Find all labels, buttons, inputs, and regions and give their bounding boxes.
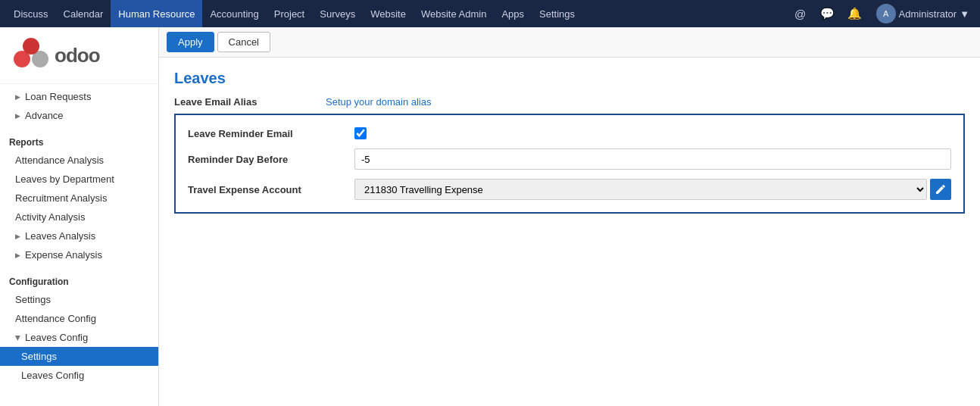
email-icon[interactable]: @ — [790, 3, 811, 24]
edit-travel-expense-button[interactable] — [930, 179, 951, 200]
sidebar-section-config: Configuration Settings Attendance Config… — [0, 267, 158, 388]
reminder-day-before-field — [354, 148, 951, 170]
leave-reminder-email-checkbox[interactable] — [354, 127, 367, 139]
apply-button[interactable]: Apply — [167, 32, 214, 52]
sidebar-item-recruitment-analysis[interactable]: Recruitment Analysis — [0, 189, 158, 208]
sidebar-label-advance: Advance — [25, 110, 64, 121]
sidebar-label-recruitment-analysis: Recruitment Analysis — [15, 192, 107, 204]
sidebar-label-leaves-config-settings: Settings — [21, 351, 57, 362]
configuration-group-label: Configuration — [0, 270, 158, 290]
sidebar-item-attendance-config[interactable]: Attendance Config — [0, 309, 158, 328]
nav-apps[interactable]: Apps — [494, 0, 532, 27]
chat-icon[interactable]: 💬 — [817, 3, 838, 24]
svg-point-2 — [23, 38, 39, 55]
sidebar-label-loan-requests: Loan Requests — [25, 91, 91, 102]
sidebar-section-reports: Reports Attendance Analysis Leaves by De… — [0, 128, 158, 267]
top-nav-right: @ 💬 🔔 A Administrator ▼ — [790, 3, 974, 24]
sidebar-item-loan-requests[interactable]: Loan Requests — [0, 87, 158, 106]
sidebar-label-attendance-analysis: Attendance Analysis — [15, 155, 104, 166]
logo-area: odoo — [0, 27, 158, 84]
leave-email-alias-label: Leave Email Alias — [174, 96, 326, 108]
travel-expense-account-field: 211830 Travelling Expense — [354, 179, 951, 200]
travel-expense-select-wrapper: 211830 Travelling Expense — [354, 179, 951, 200]
sidebar-label-leaves-by-dept: Leaves by Department — [15, 173, 114, 185]
nav-project[interactable]: Project — [267, 0, 312, 27]
reminder-day-before-input[interactable] — [354, 148, 951, 170]
leave-email-alias-row: Leave Email Alias Setup your domain alia… — [174, 96, 965, 108]
reports-group-label: Reports — [0, 131, 158, 151]
leave-reminder-email-label: Leave Reminder Email — [188, 128, 354, 139]
sidebar-item-leaves-by-dept[interactable]: Leaves by Department — [0, 170, 158, 189]
sidebar-label-activity-analysis: Activity Analysis — [15, 211, 85, 223]
nav-website-admin[interactable]: Website Admin — [414, 0, 494, 27]
sidebar-item-leaves-config-sub[interactable]: Leaves Config — [0, 366, 158, 385]
setup-domain-alias-link[interactable]: Setup your domain alias — [326, 96, 431, 108]
sidebar-item-leaves-config-settings[interactable]: Settings — [0, 347, 158, 366]
nav-accounting[interactable]: Accounting — [202, 0, 266, 27]
sidebar-item-activity-analysis[interactable]: Activity Analysis — [0, 208, 158, 226]
bell-icon[interactable]: 🔔 — [844, 3, 866, 24]
sidebar-label-leaves-config: Leaves Config — [25, 332, 88, 343]
nav-surveys[interactable]: Surveys — [312, 0, 363, 27]
avatar: A — [876, 4, 896, 23]
travel-expense-account-label: Travel Expense Account — [188, 184, 354, 195]
main-content: Apply Cancel Leaves Leave Email Alias Se… — [159, 27, 980, 406]
sidebar-item-leaves-analysis[interactable]: Leaves Analysis — [0, 226, 158, 245]
travel-expense-account-select[interactable]: 211830 Travelling Expense — [354, 179, 927, 200]
leave-reminder-email-row: Leave Reminder Email — [188, 127, 951, 139]
reminder-day-before-row: Reminder Day Before — [188, 148, 951, 170]
page-title: Leaves — [174, 70, 965, 87]
reminder-day-before-label: Reminder Day Before — [188, 154, 354, 165]
sidebar-label-leaves-analysis: Leaves Analysis — [25, 230, 95, 242]
sidebar-section-top: Loan Requests Advance — [0, 84, 158, 128]
sidebar-item-settings[interactable]: Settings — [0, 290, 158, 309]
cancel-button[interactable]: Cancel — [217, 32, 270, 52]
form-area: Leaves Leave Email Alias Setup your doma… — [159, 58, 980, 238]
edit-icon — [935, 184, 946, 195]
sidebar: odoo Loan Requests Advance Reports Atten… — [0, 27, 159, 406]
nav-website[interactable]: Website — [363, 0, 414, 27]
nav-calendar[interactable]: Calendar — [56, 0, 111, 27]
sidebar-label-leaves-config-sub: Leaves Config — [21, 370, 84, 381]
user-name: Administrator — [899, 8, 957, 20]
odoo-logo-icon — [12, 36, 50, 74]
top-nav: Discuss Calendar Human Resource Accounti… — [0, 0, 980, 27]
sidebar-item-expense-analysis[interactable]: Expense Analysis — [0, 245, 158, 264]
sidebar-label-settings: Settings — [15, 294, 51, 305]
user-menu[interactable]: A Administrator ▼ — [872, 4, 974, 23]
nav-discuss[interactable]: Discuss — [6, 0, 56, 27]
travel-expense-account-row: Travel Expense Account 211830 Travelling… — [188, 179, 951, 200]
nav-settings[interactable]: Settings — [532, 0, 582, 27]
layout: odoo Loan Requests Advance Reports Atten… — [0, 27, 980, 406]
leave-reminder-email-field — [354, 127, 951, 139]
sidebar-item-attendance-analysis[interactable]: Attendance Analysis — [0, 151, 158, 170]
sidebar-label-attendance-config: Attendance Config — [15, 313, 96, 324]
odoo-text: odoo — [55, 44, 100, 67]
sidebar-label-expense-analysis: Expense Analysis — [25, 249, 102, 261]
config-box: Leave Reminder Email Reminder Day Before… — [174, 114, 965, 214]
dropdown-arrow-icon: ▼ — [960, 8, 969, 20]
leave-email-alias-value[interactable]: Setup your domain alias — [326, 96, 965, 108]
action-bar: Apply Cancel — [159, 27, 980, 58]
sidebar-item-advance[interactable]: Advance — [0, 106, 158, 125]
nav-human-resource[interactable]: Human Resource — [111, 0, 202, 27]
odoo-logo: odoo — [12, 36, 146, 74]
sidebar-item-leaves-config[interactable]: Leaves Config — [0, 328, 158, 347]
